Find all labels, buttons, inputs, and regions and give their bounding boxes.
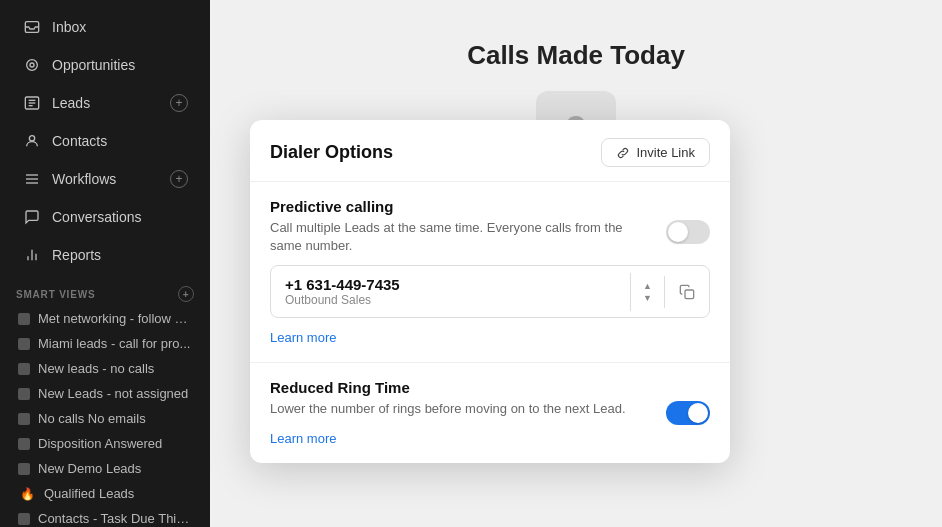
reports-icon	[22, 245, 42, 265]
smart-view-icon-1: ⬜	[18, 313, 30, 325]
sidebar-item-conversations[interactable]: Conversations	[6, 199, 204, 235]
copy-icon	[679, 284, 695, 300]
phone-select-row: +1 631-449-7435 Outbound Sales ▲ ▼	[270, 265, 710, 318]
sidebar-item-workflows[interactable]: Workflows +	[6, 161, 204, 197]
smart-view-icon-4: ⬜	[18, 388, 30, 400]
main-content: Calls Made Today 0 From everyone who's u…	[210, 0, 942, 527]
smart-view-icon-2: ⬜	[18, 338, 30, 350]
smart-view-new-demo-leads[interactable]: ⬜ New Demo Leads	[2, 456, 208, 481]
reduced-ring-section: Reduced Ring Time Lower the number of ri…	[250, 363, 730, 462]
svg-rect-14	[685, 290, 694, 299]
sidebar-item-opportunities[interactable]: Opportunities	[6, 47, 204, 83]
modal-header: Dialer Options Invite Link	[250, 120, 730, 182]
smart-view-new-leads-not-assigned[interactable]: ⬜ New Leads - not assigned	[2, 381, 208, 406]
chevron-up-icon: ▲	[643, 281, 652, 291]
smart-views-section: Smart Views +	[0, 274, 210, 306]
predictive-calling-desc: Call multiple Leads at the same time. Ev…	[270, 219, 646, 255]
smart-view-disposition-answered[interactable]: ⬜ Disposition Answered	[2, 431, 208, 456]
inbox-icon	[22, 17, 42, 37]
reduced-ring-toggle[interactable]	[666, 401, 710, 425]
sidebar-item-contacts[interactable]: Contacts	[6, 123, 204, 159]
modal-title: Dialer Options	[270, 142, 393, 163]
sidebar-item-inbox[interactable]: Inbox	[6, 9, 204, 45]
predictive-calling-row: Predictive calling Call multiple Leads a…	[270, 198, 710, 265]
sidebar-item-leads-label: Leads	[52, 95, 170, 111]
svg-point-2	[27, 60, 38, 71]
smart-view-miami-leads[interactable]: ⬜ Miami leads - call for pro...	[2, 331, 208, 356]
smart-view-icon-8: 🔥	[18, 487, 36, 501]
phone-select-inner: +1 631-449-7435 Outbound Sales	[271, 266, 630, 317]
sidebar-item-workflows-label: Workflows	[52, 171, 170, 187]
smart-view-icon-5: ⬜	[18, 413, 30, 425]
sidebar-item-reports-label: Reports	[52, 247, 188, 263]
invite-link-icon	[616, 146, 630, 160]
predictive-calling-toggle[interactable]	[666, 220, 710, 244]
sidebar-item-reports[interactable]: Reports	[6, 237, 204, 273]
leads-icon	[22, 93, 42, 113]
smart-view-met-networking[interactable]: ⬜ Met networking - follow so...	[2, 306, 208, 331]
svg-point-7	[29, 136, 34, 141]
leads-add-icon[interactable]: +	[170, 94, 188, 112]
smart-view-icon-6: ⬜	[18, 438, 30, 450]
phone-label-text: Outbound Sales	[285, 293, 616, 307]
sidebar: Inbox Opportunities Leads + Contacts	[0, 0, 210, 527]
sidebar-item-opportunities-label: Opportunities	[52, 57, 188, 73]
predictive-calling-title: Predictive calling	[270, 198, 646, 215]
reduced-ring-row: Reduced Ring Time Lower the number of ri…	[270, 379, 710, 446]
reduced-ring-desc: Lower the number of rings before moving …	[270, 400, 646, 418]
learn-more-predictive[interactable]: Learn more	[270, 330, 336, 345]
predictive-calling-section: Predictive calling Call multiple Leads a…	[250, 182, 730, 363]
phone-copy-button[interactable]	[664, 276, 709, 308]
chevron-down-arrow-icon: ▼	[643, 293, 652, 303]
sidebar-item-contacts-label: Contacts	[52, 133, 188, 149]
reduced-ring-title: Reduced Ring Time	[270, 379, 646, 396]
phone-number: +1 631-449-7435	[285, 276, 616, 293]
learn-more-reduced-ring[interactable]: Learn more	[270, 431, 336, 446]
smart-view-contacts-task[interactable]: ⬜ Contacts - Task Due This...	[2, 506, 208, 527]
sidebar-item-inbox-label: Inbox	[52, 19, 188, 35]
workflows-icon	[22, 169, 42, 189]
svg-point-1	[30, 63, 34, 67]
smart-view-icon-7: ⬜	[18, 463, 30, 475]
sidebar-item-leads[interactable]: Leads +	[6, 85, 204, 121]
calls-title: Calls Made Today	[467, 40, 685, 71]
workflows-add-icon[interactable]: +	[170, 170, 188, 188]
phone-select-arrows[interactable]: ▲ ▼	[630, 273, 664, 311]
smart-view-icon-9: ⬜	[18, 513, 30, 525]
smart-view-new-leads-no-calls[interactable]: ⬜ New leads - no calls	[2, 356, 208, 381]
smart-view-icon-3: ⬜	[18, 363, 30, 375]
contacts-icon	[22, 131, 42, 151]
invite-link-button[interactable]: Invite Link	[601, 138, 710, 167]
smart-views-add-icon[interactable]: +	[178, 286, 194, 302]
smart-view-qualified-leads[interactable]: 🔥 Qualified Leads	[2, 481, 208, 506]
smart-view-no-calls-emails[interactable]: ⬜ No calls No emails	[2, 406, 208, 431]
sidebar-item-conversations-label: Conversations	[52, 209, 188, 225]
dialer-options-modal: Dialer Options Invite Link Predictive ca…	[250, 120, 730, 463]
conversations-icon	[22, 207, 42, 227]
opportunities-icon	[22, 55, 42, 75]
